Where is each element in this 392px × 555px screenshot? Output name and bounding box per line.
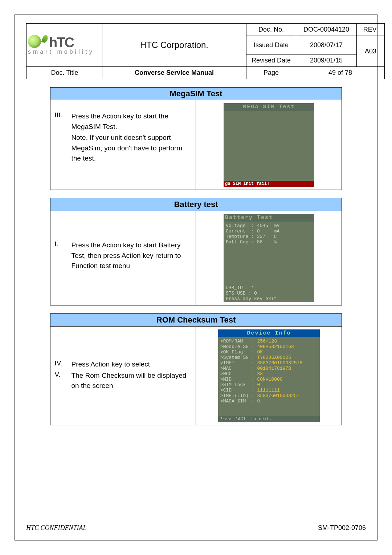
megasim-instructions: III. Press the Action key to start the M… [50, 100, 196, 190]
issued-value: 2008/07/17 [296, 36, 357, 54]
instr-text: Note. If your unit doesn't support MegaS… [72, 133, 192, 164]
instr-text: Press Action key to select [72, 359, 192, 370]
logo-leaf-icon [41, 34, 49, 43]
instr-num: IV. [55, 359, 67, 370]
rom-screenshot: Device Info >ROM/RAM : 256/128>Module SN… [196, 327, 342, 425]
htc-logo: hTC smart mobility [28, 35, 101, 55]
doc-title-value: Converse Service Manual [102, 67, 246, 79]
instr-num: V. [55, 370, 67, 391]
page-label: Page [246, 67, 296, 79]
instr-text: The Rom Checksum will be displayed on th… [72, 370, 192, 391]
doc-no-value: DOC-00044120 [296, 24, 357, 36]
logo-tagline: smart mobility [28, 49, 94, 55]
logo-cell: hTC smart mobility [26, 24, 102, 67]
screen-title: Battery Test [224, 214, 314, 222]
screen-footer: Press 'ACT' to next.. [218, 416, 320, 422]
revised-label: Revised Date [246, 54, 296, 67]
section-megasim: MegaSIM Test III. Press the Action key t… [50, 87, 342, 190]
issued-label: Issued Date [246, 36, 296, 54]
page-footer: HTC CONFIDENTIAL SM-TP002-0706 [26, 524, 366, 532]
instr-text: Press the Action key to start Battery Te… [72, 240, 192, 271]
megasim-screenshot: MEGA SIM Test ga SIM Init fail! [196, 100, 342, 190]
screen-body: >ROM/RAM : 256/128>Module SN : 40EP58210… [218, 337, 320, 416]
instr-num: I. [55, 240, 67, 271]
rev-label: REV. [357, 24, 385, 36]
doc-header: hTC smart mobility HTC Corporation. Doc.… [26, 23, 385, 79]
screen-footer: USB_ID : 1STS_USB : 0Press any key exit [224, 284, 314, 302]
battery-screenshot: Battery Test Voltage : 4045 mV Current :… [196, 211, 342, 305]
battery-instructions: I. Press the Action key to start Battery… [50, 211, 196, 305]
section-megasim-title: MegaSIM Test [50, 88, 342, 100]
instr-num [55, 133, 67, 164]
screen-body: Voltage : 4045 mV Current : 0 mA Temptur… [224, 222, 314, 284]
company-name: HTC Corporation. [102, 24, 246, 67]
section-battery-title: Battery test [50, 198, 342, 211]
section-battery: Battery test I. Press the Action key to … [50, 198, 342, 305]
revised-value: 2009/01/15 [296, 54, 357, 67]
page-value: 49 of 78 [296, 67, 385, 79]
doc-title-label: Doc. Title [26, 67, 102, 79]
doc-no-label: Doc. No. [246, 24, 296, 36]
instr-num: III. [55, 111, 67, 132]
section-rom-title: ROM Checksum Test [50, 314, 342, 327]
logo-globe-icon [28, 35, 41, 48]
form-number: SM-TP002-0706 [318, 524, 366, 532]
confidential-label: HTC CONFIDENTIAL [26, 524, 87, 532]
rev-value: A03 [357, 36, 385, 67]
section-rom: ROM Checksum Test IV. Press Action key t… [50, 313, 342, 425]
instr-text: Press the Action key to start the MegaSI… [72, 111, 192, 132]
screen-title: Device Info [218, 329, 320, 337]
screen-footer: ga SIM Init fail! [224, 181, 314, 187]
screen-title: MEGA SIM Test [224, 103, 314, 111]
rom-instructions: IV. Press Action key to select V. The Ro… [50, 327, 196, 425]
logo-text: hTC [49, 37, 74, 48]
